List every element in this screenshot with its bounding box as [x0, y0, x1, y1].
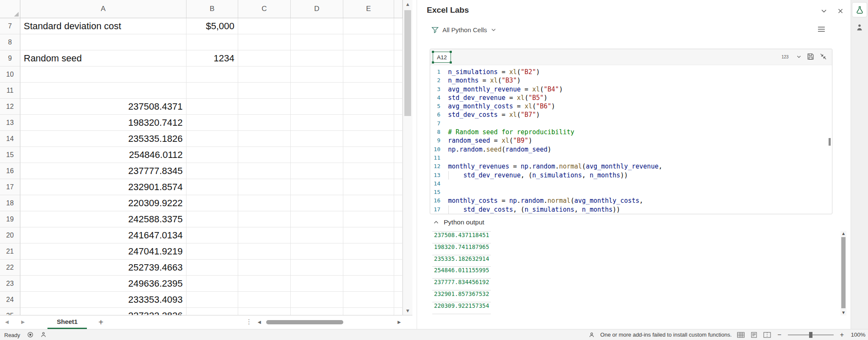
cell-D7[interactable]: [291, 18, 343, 34]
cell-A16[interactable]: 237777.8345: [20, 163, 186, 179]
cell-B22[interactable]: [186, 260, 238, 276]
row-header-10[interactable]: 10: [0, 66, 20, 83]
cell-F25[interactable]: [394, 308, 403, 315]
zoom-slider-thumb[interactable]: [809, 332, 812, 338]
cell-B19[interactable]: [186, 211, 238, 227]
output-scroll-down-icon[interactable]: ▼: [840, 311, 846, 315]
row-header-16[interactable]: 16: [0, 163, 20, 179]
cell-D18[interactable]: [291, 195, 343, 211]
cell-F10[interactable]: [394, 66, 403, 83]
row-header-17[interactable]: 17: [0, 179, 20, 195]
code-line-4[interactable]: 4std_dev_revenue = xl("B5"): [430, 94, 832, 102]
save-icon[interactable]: [807, 53, 814, 60]
panel-close-icon[interactable]: [837, 8, 844, 14]
cell-B8[interactable]: [186, 34, 238, 50]
cell-A11[interactable]: [20, 83, 186, 99]
code-editor[interactable]: 1n_simulations = xl("B2")2n_months = xl(…: [430, 65, 832, 214]
python-cells-filter[interactable]: All Python Cells: [431, 26, 496, 33]
cell-A18[interactable]: 220309.9222: [20, 195, 186, 211]
cell-B10[interactable]: [186, 66, 238, 83]
code-line-8[interactable]: 8# Random seed for reproducibility: [430, 128, 832, 136]
cell-D11[interactable]: [291, 83, 343, 99]
code-line-15[interactable]: 15: [430, 188, 832, 196]
column-header-C[interactable]: C: [238, 0, 291, 18]
cell-D12[interactable]: [291, 99, 343, 115]
excel-labs-addin-icon[interactable]: [852, 3, 867, 17]
prev-sheet-arrow-icon[interactable]: ◀: [5, 319, 8, 325]
hscroll-right-arrow-icon[interactable]: ▶: [398, 320, 401, 324]
page-layout-view-icon[interactable]: [750, 332, 758, 338]
cell-E23[interactable]: [343, 276, 394, 292]
cell-F17[interactable]: [394, 179, 403, 195]
code-line-2[interactable]: 2n_months = xl("B3"): [430, 76, 832, 85]
row-header-20[interactable]: 20: [0, 227, 20, 243]
row-header-8[interactable]: 8: [0, 34, 20, 50]
output-scroll-thumb[interactable]: [841, 237, 846, 308]
cell-D20[interactable]: [291, 227, 343, 243]
cell-C8[interactable]: [238, 34, 291, 50]
cell-F15[interactable]: [394, 147, 403, 163]
cell-E12[interactable]: [343, 99, 394, 115]
scrollbar-splitter-handle[interactable]: ⋮: [246, 318, 252, 326]
row-header-24[interactable]: 24: [0, 292, 20, 308]
panel-menu-icon[interactable]: [817, 25, 826, 33]
cell-C16[interactable]: [238, 163, 291, 179]
cell-F22[interactable]: [394, 260, 403, 276]
cell-A25[interactable]: 227322.2826: [20, 308, 186, 315]
cell-C20[interactable]: [238, 227, 291, 243]
page-break-view-icon[interactable]: [763, 332, 771, 338]
zoom-level[interactable]: 100%: [850, 332, 865, 338]
zoom-in-button[interactable]: +: [839, 331, 845, 339]
cell-A14[interactable]: 235335.1826: [20, 131, 186, 147]
cell-E16[interactable]: [343, 163, 394, 179]
collapse-editor-icon[interactable]: [820, 53, 827, 60]
output-scrollbar[interactable]: ▲ ▼: [840, 231, 846, 315]
code-scrollbar-thumb[interactable]: [829, 138, 831, 146]
code-line-3[interactable]: 3avg_monthly_revenue = xl("B4"): [430, 85, 832, 94]
cell-B7[interactable]: $5,000: [186, 18, 238, 34]
cell-B21[interactable]: [186, 243, 238, 260]
cell-D22[interactable]: [291, 260, 343, 276]
vertical-scroll-thumb[interactable]: [404, 10, 411, 116]
cell-F11[interactable]: [394, 83, 403, 99]
cell-F9[interactable]: [394, 50, 403, 66]
cell-C15[interactable]: [238, 147, 291, 163]
cell-A21[interactable]: 247041.9219: [20, 243, 186, 260]
cell-E9[interactable]: [343, 50, 394, 66]
cell-E15[interactable]: [343, 147, 394, 163]
cell-D19[interactable]: [291, 211, 343, 227]
cell-D16[interactable]: [291, 163, 343, 179]
column-header-A[interactable]: A: [20, 0, 186, 18]
cell-D17[interactable]: [291, 179, 343, 195]
cell-A10[interactable]: [20, 66, 186, 83]
cell-A22[interactable]: 252739.4663: [20, 260, 186, 276]
row-header-7[interactable]: 7: [0, 18, 20, 34]
macro-record-icon[interactable]: [27, 332, 33, 338]
row-header-9[interactable]: 9: [0, 50, 20, 66]
code-line-13[interactable]: 13 std_dev_revenue, (n_simulations, n_mo…: [430, 171, 832, 180]
cell-A12[interactable]: 237508.4371: [20, 99, 186, 115]
code-line-16[interactable]: 16monthly_costs = np.random.normal(avg_m…: [430, 196, 832, 205]
cell-A15[interactable]: 254846.0112: [20, 147, 186, 163]
code-line-9[interactable]: 9random_seed = xl("B9"): [430, 136, 832, 145]
accessibility-checker-icon[interactable]: [40, 332, 47, 338]
code-line-5[interactable]: 5avg_monthly_costs = xl("B6"): [430, 102, 832, 111]
scroll-up-arrow-icon[interactable]: ▲: [403, 2, 412, 6]
cell-A24[interactable]: 233353.4093: [20, 292, 186, 308]
cell-E8[interactable]: [343, 34, 394, 50]
output-scroll-up-icon[interactable]: ▲: [840, 232, 846, 235]
column-header-partial[interactable]: [394, 0, 403, 18]
code-line-12[interactable]: 12monthly_revenues = np.random.normal(av…: [430, 162, 832, 171]
sheet-vertical-scrollbar[interactable]: ▲ ▼: [403, 0, 412, 315]
cell-B25[interactable]: [186, 308, 238, 315]
column-header-E[interactable]: E: [343, 0, 394, 18]
hscroll-left-arrow-icon[interactable]: ◀: [258, 320, 261, 324]
cell-E17[interactable]: [343, 179, 394, 195]
cell-C9[interactable]: [238, 50, 291, 66]
row-header-21[interactable]: 21: [0, 243, 20, 260]
scroll-down-arrow-icon[interactable]: ▼: [403, 309, 412, 313]
cell-C14[interactable]: [238, 131, 291, 147]
cell-A17[interactable]: 232901.8574: [20, 179, 186, 195]
cell-B20[interactable]: [186, 227, 238, 243]
cell-C22[interactable]: [238, 260, 291, 276]
